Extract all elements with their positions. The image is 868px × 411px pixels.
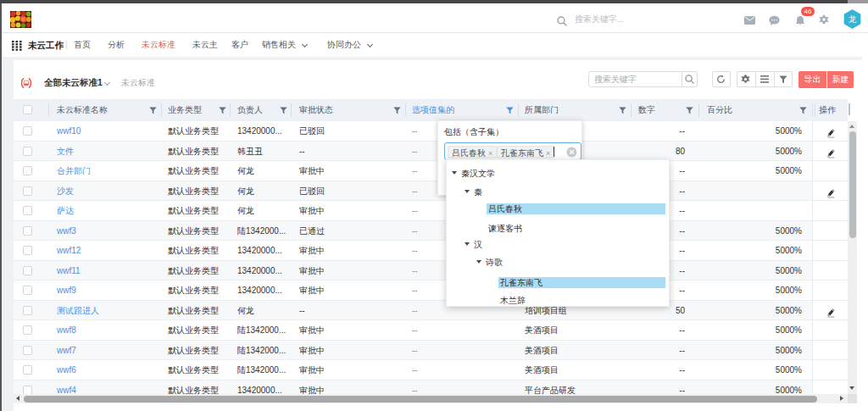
svg-text:龙: 龙 (849, 14, 857, 24)
